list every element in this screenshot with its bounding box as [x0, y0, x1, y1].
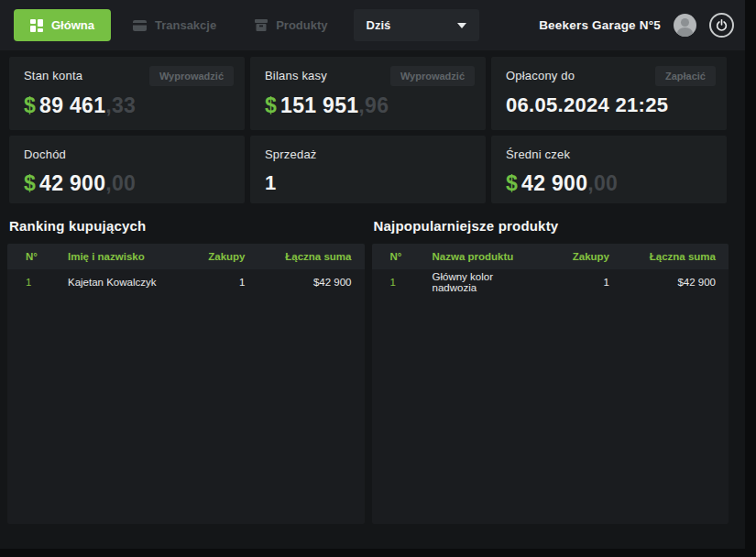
currency-symbol: $: [506, 171, 518, 195]
products-box-icon: [255, 19, 268, 31]
currency-symbol: $: [24, 93, 36, 117]
stats-cards-row-2: Dochód $42 900,00 Sprzedaż 1 Średni czek…: [9, 136, 727, 203]
avatar[interactable]: [674, 14, 696, 37]
tab-glowna[interactable]: Główna: [14, 9, 111, 41]
currency-symbol: $: [24, 171, 36, 195]
tab-transakcje[interactable]: Transakcje: [116, 9, 233, 41]
card-title: Średni czek: [506, 147, 712, 161]
card-sprzedaz: Sprzedaż 1: [250, 136, 486, 203]
card-stan-konta: Stan konta Wyprowadzić $89 461,33: [9, 57, 245, 130]
card-value: $42 900,00: [506, 171, 712, 196]
card-bilans-kasy: Bilans kasy Wyprowadzić $151 951,96: [250, 57, 486, 130]
card-dochod: Dochód $42 900,00: [9, 136, 245, 203]
buyers-ranking-block: Ranking kupujących N° Imię i nazwisko Za…: [7, 203, 365, 524]
currency-symbol: $: [265, 93, 277, 117]
card-sredni-czek: Średni czek $42 900,00: [491, 136, 727, 203]
card-oplacony-do: Opłacony do Zapłacić 06.05.2024 21:25: [491, 57, 727, 130]
popular-products-block: Najpopularniejsze produkty N° Nazwa prod…: [372, 203, 729, 524]
business-name: Beekers Garage N°5: [539, 18, 661, 32]
sales-count: 1: [265, 171, 471, 195]
app-window: Główna Transakcje Produkty Dzi: [0, 0, 745, 549]
withdraw-cash-button[interactable]: Wyprowadzić: [390, 66, 475, 86]
tab-produkty[interactable]: Produkty: [238, 9, 344, 41]
popular-products-title: Najpopularniejsze produkty: [374, 218, 729, 234]
card-title: Sprzedaż: [265, 147, 471, 161]
tab-label: Główna: [51, 18, 94, 32]
card-title: Dochód: [24, 147, 230, 161]
period-dropdown[interactable]: Dziś: [354, 9, 479, 41]
table-row: 1 Główny kolor nadwozia 1 $42 900: [372, 269, 729, 295]
withdraw-account-button[interactable]: Wyprowadzić: [149, 66, 234, 86]
period-dropdown-value: Dziś: [367, 18, 391, 32]
table-header-row: N° Nazwa produktu Zakupy Łączna suma: [372, 244, 729, 269]
buyers-ranking-table: N° Imię i nazwisko Zakupy Łączna suma 1 …: [7, 244, 365, 524]
transactions-card-icon: [133, 20, 147, 31]
topbar: Główna Transakcje Produkty Dzi: [0, 0, 745, 50]
chevron-down-icon: [457, 23, 466, 28]
topbar-right: Beekers Garage N°5: [539, 13, 734, 38]
pay-button[interactable]: Zapłacić: [655, 66, 716, 86]
buyers-ranking-title: Ranking kupujących: [9, 218, 365, 234]
card-value: $151 951,96: [265, 93, 471, 118]
table-row: 1 Kajetan Kowalczyk 1 $42 900: [7, 269, 365, 295]
power-icon: [716, 19, 728, 31]
tables-section: Ranking kupujących N° Imię i nazwisko Za…: [7, 203, 729, 524]
tab-label: Produkty: [276, 18, 327, 32]
paid-until-date: 06.05.2024 21:25: [506, 93, 712, 117]
stats-cards-row-1: Stan konta Wyprowadzić $89 461,33 Bilans…: [9, 57, 727, 130]
power-button[interactable]: [709, 13, 734, 38]
dashboard-grid-icon: [30, 19, 43, 32]
tab-label: Transakcje: [155, 18, 216, 32]
table-header-row: N° Imię i nazwisko Zakupy Łączna suma: [7, 244, 365, 269]
card-value: $42 900,00: [24, 171, 230, 196]
card-value: $89 461,33: [24, 93, 230, 118]
popular-products-table: N° Nazwa produktu Zakupy Łączna suma 1 G…: [372, 244, 729, 524]
